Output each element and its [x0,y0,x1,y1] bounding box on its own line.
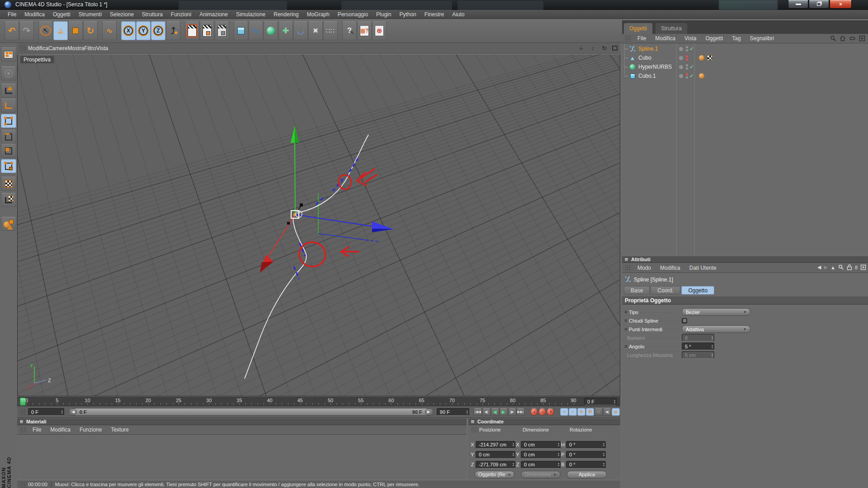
earth-icon[interactable] [1,66,16,80]
next-key-icon[interactable]: |▶ [508,408,516,416]
minimize-button[interactable] [788,0,808,9]
lock-y-axis-icon[interactable]: Y [136,21,151,40]
vp-menu-camere[interactable]: Camere [48,45,68,52]
apply-button[interactable]: Applica [567,471,607,479]
range-start-field[interactable]: 0 F ▴▾ [28,408,64,416]
enabled-check-icon[interactable]: ✓ [689,46,694,52]
add-environment-icon[interactable]: ✕ [308,21,323,40]
menu-struttura[interactable]: Struttura [138,10,167,19]
history-icon[interactable]: 8 [855,265,858,270]
spinner-icon[interactable]: ▴▾ [614,399,615,404]
spinner-icon[interactable]: ▴▾ [61,410,63,414]
add-nurbs-icon[interactable] [264,21,278,40]
pos-z-field[interactable]: -271.709 cm▴▾ [476,461,515,469]
mat-menu-funzione[interactable]: Funzione [75,426,106,434]
size-mode-dropdown[interactable]: Dimensione▼ [521,471,561,479]
angolo-field[interactable]: 5 °▴▾ [682,343,714,350]
add-particles-icon[interactable]: ∷∷ [323,21,338,40]
tipo-dropdown[interactable]: Bezier▼ [682,308,750,316]
panel-pin-icon[interactable] [471,420,475,424]
home-icon[interactable] [840,35,846,42]
dim-y-field[interactable]: 0 cm▴▾ [521,451,561,459]
menu-personaggio[interactable]: Personaggio [334,10,372,19]
menu-strumenti[interactable]: Strumenti [75,10,106,19]
gizmo-y-axis[interactable] [295,141,295,215]
panel-pin-icon[interactable] [624,258,628,262]
enabled-check-icon[interactable]: ✓ [689,73,694,79]
prev-key-icon[interactable]: ◀| [482,408,491,416]
menu-oggetti[interactable]: Oggetti [49,10,75,19]
history-back-icon[interactable]: ◀ [817,264,821,270]
mat-menu-texture[interactable]: Texture [106,426,133,434]
layout-icon[interactable] [1,47,16,61]
object-row-spline1[interactable]: Spline.1 ✓ [622,44,868,53]
anim-bullet[interactable] [625,328,627,330]
rot-p-field[interactable]: 0 °▴▾ [566,451,606,459]
move-tool-icon[interactable]: ↔↕ [53,21,68,40]
menu-funzioni[interactable]: Funzioni [167,10,195,19]
polygon-object-icon[interactable]: ▲ [629,55,636,61]
menu-selezione[interactable]: Selezione [106,10,138,19]
autokey-icon[interactable]: ○ [538,408,546,416]
play-backward-icon[interactable]: ◀ [491,408,499,416]
drag-grip[interactable] [20,409,26,415]
slider-left-arrow-icon[interactable]: ◀ [70,408,77,415]
key-rotation-icon[interactable]: ↻ [577,408,585,416]
menu-mograph[interactable]: MoGraph [303,10,334,19]
render-visibility-dot[interactable] [686,49,688,52]
add-spline-icon[interactable]: ∿ [249,21,263,40]
object-name[interactable]: Cubo [638,55,651,61]
object-row-cubo1[interactable]: Cubo.1 ✓ [622,71,868,80]
om-menu-file[interactable]: File [633,34,651,42]
preview-range-slider[interactable]: ◀ 0 F 90 F ▶ [69,408,433,416]
pos-y-field[interactable]: 0 cm▴▾ [476,451,515,459]
command-manager-icon[interactable]: ▦? [357,21,372,40]
menu-file[interactable]: File [4,10,20,19]
points-object-mode-icon[interactable] [1,159,16,173]
edges-mode-icon[interactable] [1,130,16,144]
coord-mode-dropdown[interactable]: Oggetto (Re▼ [475,471,514,479]
viewport-camera-label[interactable]: Prospettiva [20,56,54,63]
live-selection-icon[interactable]: ↖ [38,21,53,40]
am-menu-modo[interactable]: Modo [633,264,656,272]
rot-h-field[interactable]: 0 °▴▾ [566,441,606,449]
keyframe-selection-icon[interactable]: ? [547,408,554,416]
close-button[interactable]: × [830,0,852,9]
am-menu-modifica[interactable]: Modifica [656,264,685,272]
slider-right-arrow-icon[interactable]: ▶ [425,408,432,415]
object-row-hypernurbs[interactable]: HyperNURBS ✓ [622,62,868,71]
attributes-section-header[interactable]: Proprietà Oggetto [622,296,868,305]
anim-bullet[interactable] [625,311,627,313]
menu-finestre[interactable]: Finestre [420,10,448,19]
coordinate-system-icon[interactable]: ⤴◆ [166,21,180,40]
coordinates-header[interactable]: Coordinate [468,418,620,425]
anim-bullet[interactable] [625,345,627,347]
layer-dot-icon[interactable] [679,74,683,78]
tab-struttura[interactable]: Struttura [656,23,687,34]
add-cube-icon[interactable] [234,21,248,40]
layer-dot-icon[interactable] [679,47,683,51]
spline-object-icon[interactable] [629,46,636,52]
play-forward-icon[interactable]: ▶ [500,408,508,416]
search-icon[interactable] [830,35,836,42]
vp-menu-mostra[interactable]: Mostra [67,45,84,52]
object-name[interactable]: HyperNURBS [638,64,672,70]
tab-oggetti[interactable]: Oggetti [624,23,652,34]
current-frame-field[interactable]: 0 F ▴▾ [584,398,617,405]
enabled-check-icon[interactable]: ✓ [689,64,694,70]
zoom-view-icon[interactable]: ↕ [589,44,597,52]
tab-coord[interactable]: Coord. [651,286,680,295]
last-tool-icon[interactable]: ∿ [102,21,117,40]
punti-intermedi-dropdown[interactable]: Adattiva▼ [682,325,750,333]
help-icon[interactable]: ?↖ [342,21,357,40]
object-axis-icon[interactable] [1,99,16,113]
lock-icon[interactable] [847,264,852,270]
viewport-3d[interactable]: Prospettiva [17,54,620,396]
editor-visibility-dot[interactable] [686,55,688,57]
render-visibility-dot[interactable] [686,58,688,61]
add-mograph-icon[interactable]: ✚ [278,21,293,40]
model-mode-icon[interactable] [1,217,16,231]
new-panel-icon[interactable] [860,264,866,270]
maximize-view-icon[interactable] [612,46,618,51]
tab-base[interactable]: Base [624,286,650,295]
